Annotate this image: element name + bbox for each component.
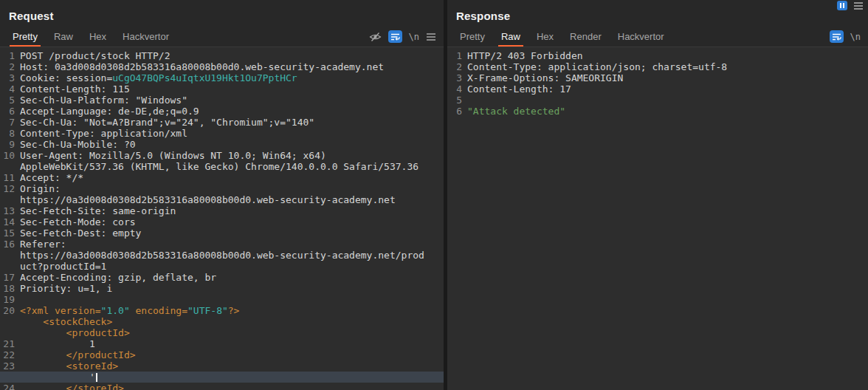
response-panel: Response PrettyRawHexRenderHackvertor \n… [447,0,868,390]
line-number: 8 [0,128,20,139]
line-number: 19 [0,294,20,305]
tab-hackvertor[interactable]: Hackvertor [610,27,672,47]
code-line: 1HTTP/2 403 Forbidden [447,50,868,61]
line-number: 5 [0,95,20,106]
code-line: 17Accept-Encoding: gzip, deflate, br [0,272,444,283]
code-line: uct?productId=1 [0,261,444,272]
response-title: Response [456,10,510,22]
code-text: Sec-Fetch-Dest: empty [20,228,141,239]
code-text: Accept: */* [20,172,83,183]
code-line: 24 </storeId> [0,383,444,390]
burp-request-response-view: { "window_controls": { "pause_icon": "pa… [0,0,868,390]
code-text: Referer: [20,239,66,250]
code-text: POST /product/stock HTTP/2 [20,50,170,61]
text-cursor [96,373,97,382]
code-line: AppleWebKit/537.36 (KHTML, like Gecko) C… [0,161,444,172]
code-line: 20<?xml version="1.0" encoding="UTF-8"?> [0,305,444,316]
tab-pretty[interactable]: Pretty [452,27,493,47]
code-line: 22 </productId> [0,349,444,360]
line-number [0,194,20,205]
line-number: 2 [447,61,467,72]
line-number: 2 [0,61,20,72]
response-tabbar: PrettyRawHexRenderHackvertor \n [447,27,868,47]
response-editor[interactable]: 1HTTP/2 403 Forbidden2Content-Type: appl… [447,47,868,390]
line-number: 13 [0,205,20,216]
code-text: Accept-Language: de-DE,de;q=0.9 [20,106,199,117]
line-number: 10 [0,150,20,161]
code-text: https://0a3d008d0308d2b583316a80008b00d0… [20,250,424,261]
code-text: Accept-Encoding: gzip, deflate, br [20,272,216,283]
newline-icon[interactable]: \n [409,32,419,42]
code-text: Content-Type: application/xml [20,128,187,139]
code-line: 6Accept-Language: de-DE,de;q=0.9 [0,106,444,117]
code-text: ' [20,372,97,383]
code-line: 5 [447,95,868,106]
code-text: Priority: u=1, i [20,283,112,294]
code-text: Host: 0a3d008d0308d2b583316a80008b00d0.w… [20,61,384,72]
code-line: 14Sec-Fetch-Mode: cors [0,216,444,228]
code-text: "Attack detected" [467,106,565,117]
code-text: Sec-Fetch-Site: same-origin [20,205,176,216]
code-line: 13Sec-Fetch-Site: same-origin [0,205,444,216]
request-panel: Request PrettyRawHexHackvertor \n [0,0,444,390]
code-text: Content-Length: 115 [20,83,130,95]
code-text: 1 [20,338,95,349]
code-text: <storeId> [20,360,118,372]
hamburger-menu-icon[interactable] [426,32,436,41]
soft-wrap-icon[interactable] [388,30,402,43]
request-tabbar: PrettyRawHexHackvertor \n [0,27,444,47]
line-number: 11 [0,172,20,183]
line-number: 7 [0,117,20,128]
code-text: AppleWebKit/537.36 (KHTML, like Gecko) C… [20,161,418,172]
line-number: 12 [0,183,20,194]
pause-icon[interactable] [837,1,847,10]
code-line: 3Cookie: session=uCgO47BQPs4uIqtxU19Hkt1… [0,72,444,83]
code-text: Content-Length: 17 [467,83,571,95]
code-line: https://0a3d008d0308d2b583316a80008b00d0… [0,250,444,261]
line-number [0,372,20,383]
response-toolbar: \n [830,27,868,47]
code-line: 7Sec-Ch-Ua: "Not=A?Brand";v="24", "Chrom… [0,117,444,128]
line-number: 4 [0,83,20,95]
line-number [0,261,20,272]
hamburger-menu-icon[interactable] [853,1,864,10]
newline-icon[interactable]: \n [850,32,861,42]
tab-hex[interactable]: Hex [81,27,114,47]
soft-wrap-icon[interactable] [830,30,844,43]
tab-raw[interactable]: Raw [46,27,81,47]
line-number [0,250,20,261]
tab-hackvertor[interactable]: Hackvertor [114,27,177,47]
tab-pretty[interactable]: Pretty [4,27,46,47]
tab-render[interactable]: Render [562,27,610,47]
tab-hex[interactable]: Hex [528,27,562,47]
code-line: 23 <storeId> [0,360,444,372]
code-text: Sec-Ch-Ua-Mobile: ?0 [20,139,136,150]
code-line: 4Content-Length: 17 [447,83,868,95]
line-number: 6 [447,106,467,117]
line-number: 21 [0,338,20,349]
code-line: 1POST /product/stock HTTP/2 [0,50,444,61]
code-text: <productId> [20,327,130,338]
request-editor[interactable]: 1POST /product/stock HTTP/22Host: 0a3d00… [0,47,444,390]
code-text: Content-Type: application/json; charset=… [467,61,727,72]
line-number: 18 [0,283,20,294]
code-line: 5Sec-Ch-Ua-Platform: "Windows" [0,95,444,106]
line-number: 3 [0,72,20,83]
response-header: Response [447,0,868,27]
line-number: 3 [447,72,467,83]
code-line: 4Content-Length: 115 [0,83,444,95]
code-text: <?xml version="1.0" encoding="UTF-8"?> [20,305,239,316]
code-line: 8Content-Type: application/xml [0,128,444,139]
code-line: 12Origin: [0,183,444,194]
code-text: HTTP/2 403 Forbidden [467,50,583,61]
code-line: 16Referer: [0,239,444,250]
code-text: </productId> [20,349,136,360]
line-number: 1 [447,50,467,61]
code-line: 2Host: 0a3d008d0308d2b583316a80008b00d0.… [0,61,444,72]
line-number: 24 [0,383,20,390]
line-number: 6 [0,106,20,117]
eye-slash-icon[interactable] [369,32,382,42]
tab-raw[interactable]: Raw [493,27,528,47]
line-number [0,327,20,338]
code-text: X-Frame-Options: SAMEORIGIN [467,72,623,83]
